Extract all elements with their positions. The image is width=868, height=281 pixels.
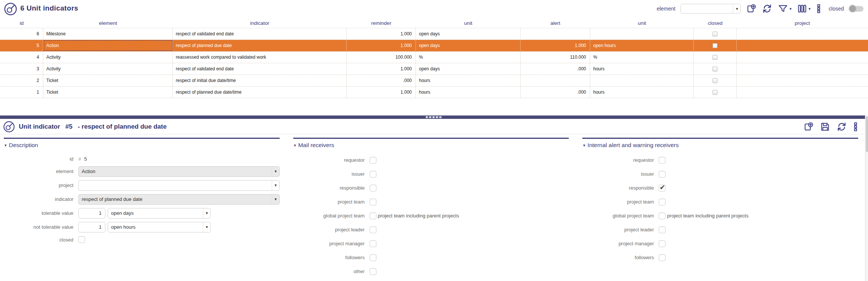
col-header-reminder[interactable]: reminder [347, 20, 416, 26]
cell-reminder: 1.000 [347, 40, 416, 51]
receiver-checkbox[interactable] [370, 171, 376, 178]
closed-checkbox[interactable] [713, 67, 717, 71]
panel-splitter[interactable] [0, 115, 868, 119]
receiver-label: requestor [582, 157, 654, 163]
receiver-checkbox[interactable] [659, 199, 665, 205]
receiver-label: project team [582, 199, 654, 205]
chevron-down-icon[interactable] [733, 4, 740, 13]
col-header-indicator[interactable]: indicator [173, 20, 347, 26]
table-row[interactable]: 4 Activity reassessed work compared to v… [0, 52, 868, 63]
element-filter-select[interactable] [681, 4, 741, 14]
receiver-checkbox[interactable] [370, 213, 376, 219]
add-indicator-button[interactable] [803, 122, 814, 132]
columns-icon[interactable] [797, 3, 811, 14]
receiver-checkbox[interactable] [659, 171, 665, 178]
cell-closed [694, 75, 737, 86]
col-header-alert[interactable]: alert [521, 20, 590, 26]
cell-closed [694, 87, 737, 98]
col-header-unit2[interactable]: unit [590, 20, 694, 26]
not-tolerable-value-label: not tolerable value [4, 224, 73, 230]
tolerable-value-input[interactable] [78, 208, 105, 219]
col-header-unit[interactable]: unit [416, 20, 521, 26]
closed-checkbox[interactable] [713, 78, 717, 83]
cell-reminder: 100.000 [347, 52, 416, 63]
receiver-row: issuer [582, 167, 858, 181]
receiver-checkbox[interactable] [659, 213, 665, 219]
detail-scrollbar[interactable] [865, 115, 868, 281]
splitter-grip-icon[interactable] [426, 116, 442, 118]
filter-icon[interactable] [778, 3, 792, 14]
indicator-row: indicator respect of planned due date [4, 192, 280, 206]
receiver-checkbox[interactable] [659, 157, 665, 164]
cell-unit2: hours [590, 87, 694, 98]
list-toolbar: element [657, 2, 863, 15]
receiver-label: project team [293, 199, 365, 205]
cell-alert [521, 28, 590, 39]
table-row[interactable]: 2 Ticket respect of initial due date/tim… [0, 75, 868, 87]
col-header-element[interactable]: element [43, 20, 173, 26]
chevron-down-icon[interactable] [272, 181, 279, 190]
table-row[interactable]: 6 Milestone respect of validated end dat… [0, 28, 868, 40]
description-section-title[interactable]: Description [4, 139, 280, 153]
receiver-checkbox[interactable] [370, 240, 376, 247]
chevron-down-icon[interactable] [203, 208, 210, 218]
scrollbar-thumb[interactable] [866, 116, 868, 152]
receiver-checkbox[interactable] [370, 157, 376, 164]
table-row[interactable]: 1 Ticket respect of planned due date/tim… [0, 87, 868, 98]
cell-reminder: 1.000 [347, 87, 416, 98]
project-select[interactable] [78, 180, 280, 191]
closed-checkbox[interactable] [713, 43, 717, 48]
indicator-label: indicator [4, 196, 73, 202]
list-title-bar: 6 Unit indicators element [0, 0, 868, 18]
chevron-down-icon[interactable] [272, 167, 279, 176]
project-row: project [4, 178, 280, 192]
indicator-select[interactable]: respect of planned due date [78, 194, 280, 205]
receiver-checkbox[interactable] [370, 199, 376, 205]
table-row[interactable]: 3 Activity respect of validated end date… [0, 63, 868, 75]
add-indicator-button[interactable] [746, 3, 757, 14]
closed-checkbox[interactable] [713, 55, 717, 60]
receiver-checkbox[interactable] [659, 226, 665, 233]
cell-unit: open days [416, 63, 521, 74]
element-select[interactable]: Action [78, 166, 280, 177]
cell-id: 3 [0, 63, 43, 74]
project-label: project [4, 182, 73, 188]
receiver-checkbox[interactable] [659, 185, 665, 191]
closed-checkbox[interactable] [713, 90, 717, 95]
receiver-note: project team including parent projects [667, 213, 858, 219]
tolerable-unit-select[interactable]: open days [108, 208, 211, 219]
receiver-checkbox[interactable] [370, 254, 376, 261]
refresh-icon[interactable] [762, 3, 772, 14]
internal-receivers-section-title[interactable]: Internal alert and warning receivers [582, 139, 858, 153]
gauge-icon [3, 121, 15, 134]
not-tolerable-value-input[interactable] [78, 222, 105, 232]
closed-toggle[interactable] [849, 6, 863, 12]
more-menu-icon[interactable] [853, 122, 858, 132]
chevron-down-icon[interactable] [203, 222, 210, 232]
receiver-label: followers [293, 255, 365, 260]
save-button[interactable] [820, 122, 830, 132]
chevron-down-icon[interactable] [272, 194, 279, 204]
receiver-checkbox[interactable] [370, 185, 376, 191]
receiver-checkbox[interactable] [659, 240, 665, 247]
more-menu-icon[interactable] [816, 3, 821, 14]
receiver-checkbox[interactable] [370, 226, 376, 233]
toggle-knob[interactable] [849, 5, 856, 12]
not-tolerable-unit-select[interactable]: open hours [108, 222, 211, 232]
col-header-id[interactable]: id [0, 20, 43, 26]
receiver-checkbox[interactable] [659, 254, 665, 261]
not-tolerable-value-row: not tolerable value open hours [4, 220, 280, 234]
table-row[interactable]: 5 Action respect of planned due date 1.0… [0, 40, 868, 52]
receiver-label: issuer [293, 171, 365, 177]
receiver-row: followers [293, 251, 569, 264]
mail-receivers-section-title[interactable]: Mail receivers [293, 139, 569, 153]
receiver-checkbox[interactable] [370, 268, 376, 275]
col-header-closed[interactable]: closed [694, 20, 737, 26]
col-header-project[interactable]: project [737, 20, 868, 26]
closed-checkbox[interactable] [78, 236, 85, 243]
closed-checkbox[interactable] [713, 32, 717, 36]
cell-unit: hours [416, 87, 521, 98]
gauge-icon [4, 2, 17, 17]
refresh-icon[interactable] [836, 122, 847, 132]
internal-receivers-section: Internal alert and warning receivers req… [582, 138, 858, 278]
